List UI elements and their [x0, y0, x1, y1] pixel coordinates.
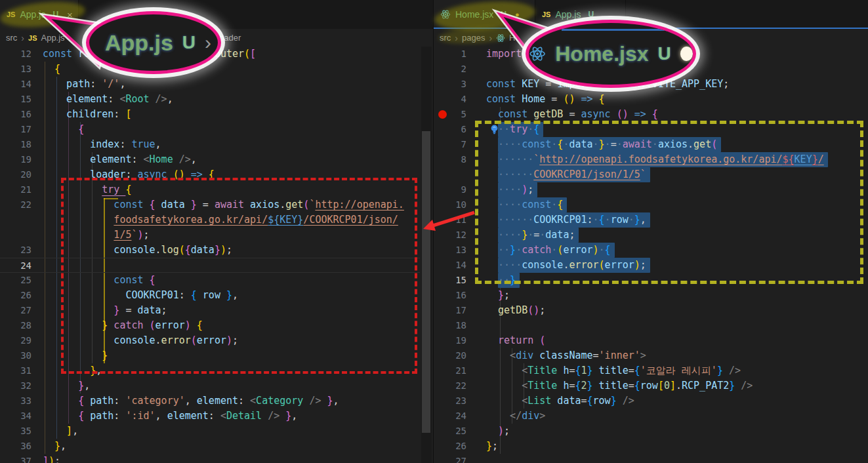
code-line[interactable]: 34{ path: ':id', element: <Detail /> },	[0, 409, 433, 424]
line-number: 10	[434, 197, 466, 212]
line-number: 4	[434, 92, 466, 107]
code-line[interactable]: 19return (	[434, 333, 868, 348]
line-number: 24	[434, 409, 466, 424]
code-line[interactable]: 20<div className='inner'>	[434, 348, 868, 363]
code-line[interactable]: 4const Home = () => {	[434, 92, 868, 107]
red-dashed-annotation-box	[61, 178, 417, 374]
line-number: 12	[434, 228, 466, 243]
scrollbar-thumb[interactable]	[422, 131, 430, 433]
code-line[interactable]: 22<Title h={2} title={row[0].RCP_PAT2} /…	[434, 378, 868, 393]
code-line[interactable]: 16children: [	[0, 107, 433, 122]
line-number: 36	[0, 439, 31, 454]
line-number: 26	[0, 288, 31, 303]
callout-bubble-appjs: App.js U ›	[86, 11, 221, 74]
chevron-right-icon: ›	[69, 33, 72, 43]
scrollbar[interactable]	[421, 47, 432, 463]
chevron-right-icon: ›	[21, 33, 24, 43]
code-line[interactable]: 27	[434, 454, 868, 463]
vscode-window: JS App.js U × src › JS App.js › oader 12…	[0, 0, 868, 463]
bubble-git-badge: U	[658, 43, 671, 64]
code-line[interactable]: 17{	[0, 122, 433, 137]
code-line[interactable]: 35],	[0, 424, 433, 439]
line-number: 7	[434, 137, 466, 152]
line-number: 13	[0, 62, 31, 77]
code-line[interactable]: 25);	[434, 424, 868, 439]
line-number: 5	[434, 107, 466, 122]
unsaved-dot-icon	[680, 47, 693, 61]
line-number: 15	[434, 273, 466, 288]
code-line[interactable]: 15element: <Root />,	[0, 92, 433, 107]
line-number: 26	[434, 439, 466, 454]
code-line[interactable]: 32},	[0, 378, 433, 393]
breadcrumb-item-src[interactable]: src	[6, 33, 17, 43]
code-line[interactable]: 16};	[434, 288, 868, 303]
git-status-badge: U	[588, 10, 594, 19]
code-line[interactable]: 17getDB();	[434, 303, 868, 318]
tab-title: App.js	[555, 9, 581, 20]
line-number: 35	[0, 424, 31, 439]
breadcrumb-item-file[interactable]: App.js	[41, 33, 64, 43]
line-number: 22	[434, 378, 466, 393]
line-number: 19	[434, 333, 466, 348]
line-number: 37	[0, 454, 31, 463]
bubble-git-badge: U	[182, 32, 196, 53]
breadcrumb-item-loader[interactable]: oader	[219, 33, 241, 43]
line-number: 29	[0, 333, 31, 348]
line-number: 19	[0, 152, 31, 167]
line-number: 21	[434, 363, 466, 378]
line-number: 17	[0, 122, 31, 137]
chevron-right-icon: ›	[205, 31, 211, 54]
line-number: 14	[434, 258, 466, 273]
line-number: 24	[0, 258, 31, 273]
bubble-title: Home.jsx	[555, 42, 648, 66]
line-number: 31	[0, 363, 31, 378]
line-number: 16	[434, 288, 466, 303]
line-number: 8	[434, 152, 466, 167]
line-number: 18	[434, 318, 466, 333]
line-number: 9	[434, 182, 466, 197]
line-number: 22	[0, 197, 31, 212]
code-line[interactable]: 36},	[0, 439, 433, 454]
line-number: 12	[0, 47, 31, 62]
code-line[interactable]: 21<Title h={1} title={'코알라 레시피'} />	[434, 363, 868, 378]
line-number: 6	[434, 122, 466, 137]
line-number: 32	[0, 378, 31, 393]
yellow-dashed-annotation-box	[475, 121, 863, 284]
bubble-title: App.js	[105, 30, 173, 56]
js-icon: JS	[542, 10, 550, 18]
line-number: 1	[434, 47, 466, 62]
code-line[interactable]: 14path: '/',	[0, 77, 433, 92]
code-line[interactable]: 5const getDB = async () => {	[434, 107, 868, 122]
line-number: 2	[434, 62, 466, 77]
js-icon: JS	[28, 34, 37, 42]
line-number: 20	[434, 348, 466, 363]
line-number: 23	[0, 243, 31, 258]
react-icon	[529, 44, 546, 64]
code-line[interactable]: 24</div>	[434, 409, 868, 424]
code-line[interactable]: 13{	[0, 62, 433, 77]
line-number: 13	[434, 243, 466, 258]
code-line[interactable]: 18index: true,	[0, 137, 433, 152]
line-number: 25	[0, 273, 31, 288]
line-number: 11	[434, 212, 466, 228]
code-line[interactable]: 37]);	[0, 454, 433, 463]
line-number: 34	[0, 409, 31, 424]
code-line[interactable]: 23<List data={row} />	[434, 393, 868, 409]
code-line[interactable]: 19element: <Home />,	[0, 152, 433, 167]
code-line[interactable]: 33{ path: 'category', element: <Category…	[0, 393, 433, 409]
magnified-tab-border	[562, 29, 673, 31]
line-number: 21	[0, 182, 31, 197]
line-number: 14	[0, 77, 31, 92]
line-number: 16	[0, 107, 31, 122]
callout-bubble-homejsx: Home.jsx U	[526, 20, 696, 88]
line-number: 15	[0, 92, 31, 107]
line-number: 20	[0, 167, 31, 182]
line-number: 30	[0, 348, 31, 363]
line-number: 27	[434, 454, 466, 463]
code-line[interactable]: 26};	[434, 439, 868, 454]
line-number: 17	[434, 303, 466, 318]
line-number: 23	[434, 393, 466, 409]
code-line[interactable]: 18	[434, 318, 868, 333]
line-number: 25	[434, 424, 466, 439]
line-number: 27	[0, 303, 31, 318]
